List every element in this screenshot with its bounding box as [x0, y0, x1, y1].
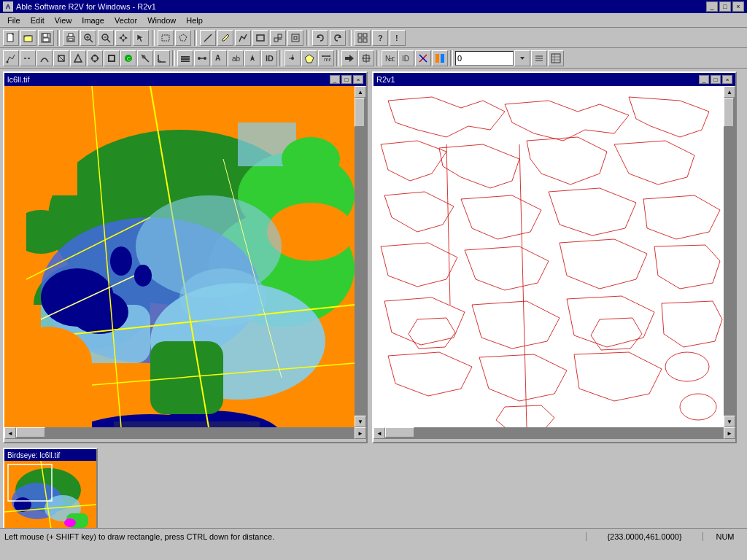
toolbar-2: C A ab ID mm N=D ID — [0, 48, 747, 69]
tb2-text[interactable]: ab — [228, 50, 244, 66]
tb-raster-line[interactable] — [200, 30, 216, 46]
right-hscroll-right[interactable]: ► — [724, 427, 735, 439]
left-close[interactable]: × — [353, 75, 363, 84]
tb2-dropdown[interactable] — [514, 50, 530, 66]
tb2-theme[interactable] — [432, 50, 448, 66]
left-vscroll[interactable]: ▲ ▼ — [355, 86, 366, 427]
svg-point-128 — [134, 265, 152, 287]
tb-select-poly[interactable] — [175, 30, 191, 46]
tb2-label[interactable]: A — [211, 50, 227, 66]
left-maximize[interactable]: □ — [341, 75, 352, 84]
tb2-list2[interactable] — [548, 50, 564, 66]
tb2-list1[interactable] — [531, 50, 547, 66]
tb2-measure[interactable]: mm — [318, 50, 334, 66]
left-hscroll-right[interactable]: ► — [355, 427, 366, 439]
tb2-point[interactable] — [285, 50, 301, 66]
right-close[interactable]: × — [722, 75, 732, 84]
right-vscroll[interactable]: ▲ ▼ — [724, 86, 735, 427]
tb2-arrow[interactable] — [341, 50, 357, 66]
tb-select-rect[interactable] — [158, 30, 174, 46]
tb2-color[interactable]: C — [120, 50, 136, 66]
right-vscroll-up[interactable]: ▲ — [724, 86, 735, 98]
menu-help[interactable]: Help — [182, 15, 207, 26]
tb-open[interactable] — [20, 30, 36, 46]
tb2-nodes[interactable] — [87, 50, 103, 66]
birdseye-window: Birdseye: lc6ll.tif — [3, 448, 98, 535]
tb2-attr[interactable]: ID — [398, 50, 414, 66]
svg-line-10 — [90, 39, 93, 42]
tb2-connect[interactable] — [194, 50, 210, 66]
tb2-id[interactable]: ID — [261, 50, 277, 66]
tb-undo[interactable] — [312, 30, 328, 46]
right-hscroll[interactable]: ◄ ► — [374, 427, 735, 439]
tb2-sep-5 — [450, 50, 453, 66]
tb2-polygon2[interactable] — [301, 50, 317, 66]
tb-scale-down[interactable] — [287, 30, 303, 46]
right-vscroll-thumb[interactable] — [724, 98, 734, 127]
tb-rectangle[interactable] — [252, 30, 268, 46]
tb-print[interactable] — [63, 30, 79, 46]
right-hscroll-left[interactable]: ◄ — [374, 427, 385, 439]
tb-pan[interactable] — [115, 30, 131, 46]
tb2-node-id[interactable]: N=D — [382, 50, 398, 66]
right-vscroll-track[interactable] — [724, 98, 735, 416]
menu-image[interactable]: Image — [77, 15, 109, 26]
tb2-layer[interactable] — [177, 50, 193, 66]
svg-rect-7 — [69, 34, 73, 36]
right-map-canvas[interactable] — [374, 86, 724, 427]
tb-scale-up[interactable] — [270, 30, 286, 46]
tb2-draw5[interactable] — [70, 50, 86, 66]
left-minimize[interactable]: _ — [330, 75, 340, 84]
zoom-input[interactable] — [455, 51, 514, 66]
left-vscroll-up[interactable]: ▲ — [355, 86, 366, 98]
left-hscroll-thumb[interactable] — [16, 427, 45, 438]
right-maximize[interactable]: □ — [711, 75, 721, 84]
maximize-button[interactable]: □ — [719, 1, 731, 12]
tb-redo[interactable] — [330, 30, 346, 46]
menu-view[interactable]: View — [50, 15, 77, 26]
right-hscroll-thumb[interactable] — [385, 427, 414, 438]
tb-new[interactable] — [3, 30, 19, 46]
tb-edit[interactable] — [217, 30, 233, 46]
tb-about[interactable]: ! — [390, 30, 406, 46]
close-button[interactable]: × — [732, 1, 744, 12]
right-hscroll-track[interactable] — [385, 427, 724, 439]
tb2-draw1[interactable] — [3, 50, 19, 66]
left-hscroll-track[interactable] — [16, 427, 355, 439]
menu-file[interactable]: File — [3, 15, 25, 26]
left-vscroll-down[interactable]: ▼ — [355, 416, 366, 427]
birdseye-map-canvas[interactable] — [4, 461, 96, 534]
right-minimize[interactable]: _ — [699, 75, 709, 84]
tb2-move[interactable] — [358, 50, 374, 66]
tb-help-btn[interactable]: ? — [372, 30, 388, 46]
menu-window[interactable]: Window — [143, 15, 180, 26]
left-hscroll[interactable]: ◄ ► — [4, 427, 366, 439]
tb2-overlay[interactable] — [415, 50, 431, 66]
left-vscroll-track[interactable] — [355, 98, 366, 416]
svg-rect-58 — [181, 58, 190, 60]
tb2-angle[interactable] — [154, 50, 170, 66]
tb2-draw4[interactable] — [53, 50, 69, 66]
left-vscroll-thumb[interactable] — [355, 98, 365, 127]
tb-settings[interactable] — [355, 30, 371, 46]
svg-point-61 — [204, 57, 206, 60]
menu-vector[interactable]: Vector — [110, 15, 142, 26]
tb2-symbol[interactable] — [244, 50, 260, 66]
tb-zoom-window[interactable] — [80, 30, 96, 46]
tb2-draw2[interactable] — [20, 50, 36, 66]
tb-zoom-out[interactable] — [98, 30, 114, 46]
right-vscroll-down[interactable]: ▼ — [724, 416, 735, 427]
left-map-canvas[interactable] — [4, 86, 355, 427]
svg-rect-8 — [69, 39, 73, 41]
left-window-controls: _ □ × — [330, 75, 363, 84]
minimize-button[interactable]: _ — [706, 1, 718, 12]
tb2-fill[interactable] — [104, 50, 120, 66]
tb-cursor[interactable] — [133, 30, 149, 46]
tb-save[interactable] — [38, 30, 54, 46]
left-hscroll-left[interactable]: ◄ — [4, 427, 16, 439]
tb2-snap[interactable] — [137, 50, 153, 66]
left-window: lc6ll.tif _ □ × — [3, 71, 368, 443]
tb2-draw3[interactable] — [36, 50, 53, 66]
menu-edit[interactable]: Edit — [26, 15, 49, 26]
tb-polyline[interactable] — [235, 30, 251, 46]
